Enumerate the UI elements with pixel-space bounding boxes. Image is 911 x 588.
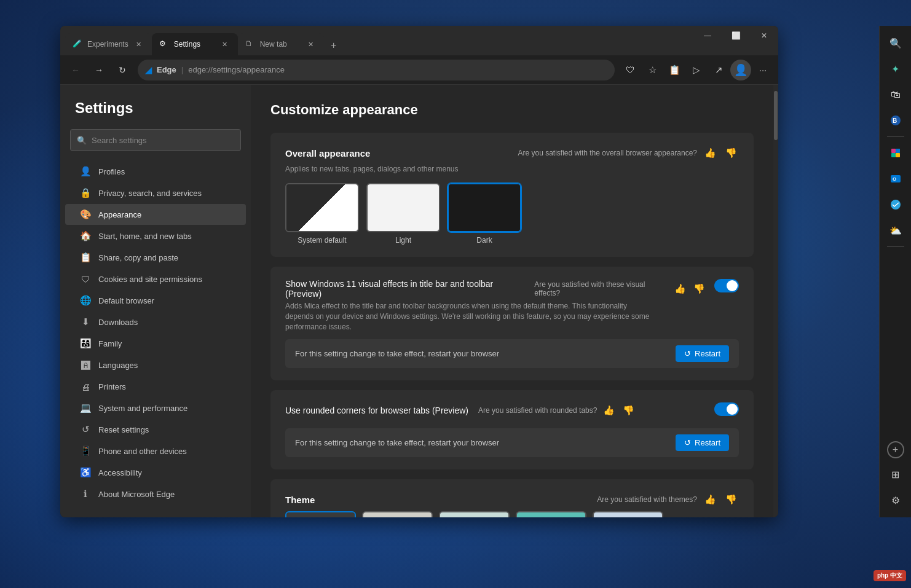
sidebar-item-start[interactable]: 🏠 Start, home, and new tabs bbox=[65, 225, 246, 246]
collections-button[interactable]: 📋 bbox=[664, 60, 685, 80]
minimize-button[interactable]: — bbox=[693, 26, 722, 45]
system-default-preview bbox=[285, 183, 359, 232]
sidebar-item-printers[interactable]: 🖨 Printers bbox=[65, 376, 246, 397]
thumbs-up-overall[interactable]: 👍 bbox=[702, 145, 718, 161]
share-button[interactable]: ↗ bbox=[708, 60, 729, 80]
tracking-prevention-button[interactable]: 🛡 bbox=[620, 60, 641, 80]
rounded-corners-restart-button[interactable]: ↺ Restart bbox=[676, 434, 729, 451]
rounded-corners-toggle[interactable] bbox=[714, 402, 739, 416]
thumbs-down-visual[interactable]: 👎 bbox=[692, 281, 707, 297]
thumbs-up-rounded[interactable]: 👍 bbox=[601, 402, 617, 418]
read-aloud-button[interactable]: ▷ bbox=[686, 60, 707, 80]
title-bar: 🧪 Experiments ✕ ⚙ Settings ✕ 🗋 New tab ✕… bbox=[60, 26, 778, 55]
search-box[interactable]: 🔍 bbox=[70, 129, 241, 151]
sidebar-item-languages[interactable]: 🅰 Languages bbox=[65, 355, 246, 375]
thumbs-down-theme[interactable]: 👎 bbox=[723, 492, 739, 508]
visual-effects-desc: Adds Mica effect to the title bar and to… bbox=[285, 301, 654, 332]
rounded-corners-restart-row: For this setting change to take effect, … bbox=[285, 428, 739, 457]
settings-tab-close[interactable]: ✕ bbox=[219, 39, 231, 50]
option-light[interactable]: Light bbox=[366, 183, 440, 245]
sidebar-item-profiles[interactable]: 👤 Profiles bbox=[65, 161, 246, 182]
sidebar-telegram-icon[interactable] bbox=[883, 192, 908, 217]
sidebar-discover-icon[interactable]: ✦ bbox=[883, 57, 908, 81]
main-scrollbar[interactable] bbox=[773, 85, 778, 517]
experiments-tab-close[interactable]: ✕ bbox=[133, 39, 144, 50]
reset-label: Reset settings bbox=[98, 425, 149, 434]
profile-button[interactable]: 👤 bbox=[730, 60, 751, 80]
theme-morning-fog-preview bbox=[362, 511, 433, 517]
sidebar-weather-icon[interactable]: ⛅ bbox=[883, 218, 908, 243]
main-content: Customize appearance Overall appearance … bbox=[251, 85, 773, 517]
theme-cool-breeze[interactable]: Cool breeze bbox=[593, 511, 663, 517]
system-label: System and performance bbox=[98, 404, 187, 413]
thumbs-up-visual[interactable]: 👍 bbox=[672, 281, 688, 297]
theme-island-getaway[interactable]: Island getaway bbox=[516, 511, 586, 517]
tab-experiments[interactable]: 🧪 Experiments ✕ bbox=[65, 33, 152, 55]
sidebar-item-cookies[interactable]: 🛡 Cookies and site permissions bbox=[65, 269, 246, 289]
sidebar-item-family[interactable]: 👨‍👩‍👧 Family bbox=[65, 333, 246, 354]
visual-effects-restart-button[interactable]: ↺ Restart bbox=[676, 345, 729, 362]
share-nav-icon: 📋 bbox=[80, 252, 91, 263]
light-label: Light bbox=[366, 236, 440, 245]
close-button[interactable]: ✕ bbox=[750, 26, 778, 45]
sidebar-item-about[interactable]: ℹ About Microsoft Edge bbox=[65, 484, 246, 504]
main-scrollbar-thumb[interactable] bbox=[774, 91, 778, 140]
start-icon: 🏠 bbox=[80, 230, 91, 241]
visual-effects-section: Show Windows 11 visual effects in title … bbox=[270, 267, 754, 380]
overall-appearance-title: Overall appearance bbox=[285, 148, 370, 159]
back-button[interactable]: ← bbox=[65, 60, 86, 80]
sidebar-expand-icon[interactable]: ⊞ bbox=[883, 462, 908, 487]
cookies-label: Cookies and site permissions bbox=[98, 275, 202, 284]
address-bar[interactable]: ◢ Edge | edge://settings/appearance bbox=[138, 60, 615, 80]
more-tools-button[interactable]: ··· bbox=[752, 60, 773, 80]
address-separator: | bbox=[181, 65, 183, 74]
sidebar-bing-icon[interactable]: B bbox=[883, 108, 908, 133]
appearance-label: Appearance bbox=[98, 210, 141, 219]
sidebar-item-default-browser[interactable]: 🌐 Default browser bbox=[65, 290, 246, 311]
cookies-icon: 🛡 bbox=[80, 273, 91, 284]
about-icon: ℹ bbox=[80, 488, 91, 500]
theme-default[interactable]: Default bbox=[285, 511, 356, 517]
option-dark[interactable]: Dark bbox=[448, 183, 521, 245]
new-tab-button[interactable]: + bbox=[324, 36, 344, 55]
sidebar-settings-icon[interactable]: ⚙ bbox=[883, 488, 908, 512]
theme-island-getaway-preview bbox=[516, 511, 586, 517]
thumbs-down-rounded[interactable]: 👎 bbox=[620, 402, 636, 418]
option-system-default[interactable]: System default bbox=[285, 183, 359, 245]
visual-effects-toggle[interactable] bbox=[714, 279, 739, 292]
maximize-button[interactable]: ⬜ bbox=[722, 26, 750, 45]
experiments-tab-icon: 🧪 bbox=[73, 39, 82, 49]
svg-text:O: O bbox=[893, 176, 896, 182]
sidebar-outlook-icon[interactable]: O bbox=[883, 167, 908, 191]
favorites-button[interactable]: ☆ bbox=[642, 60, 663, 80]
sidebar-search-icon[interactable]: 🔍 bbox=[883, 31, 908, 55]
system-default-label: System default bbox=[285, 236, 359, 245]
visual-effects-title-row: Show Windows 11 visual effects in title … bbox=[285, 279, 707, 299]
rounded-corners-section: Use rounded corners for browser tabs (Pr… bbox=[270, 390, 754, 469]
sidebar-item-privacy[interactable]: 🔒 Privacy, search, and services bbox=[65, 182, 246, 203]
tab-newtab[interactable]: 🗋 New tab ✕ bbox=[238, 33, 324, 55]
sidebar-item-appearance[interactable]: 🎨 Appearance bbox=[65, 204, 246, 225]
sidebar-item-downloads[interactable]: ⬇ Downloads bbox=[65, 312, 246, 332]
newtab-tab-close[interactable]: ✕ bbox=[306, 39, 317, 50]
thumbs-down-overall[interactable]: 👎 bbox=[723, 145, 739, 161]
sidebar-item-accessibility[interactable]: ♿ Accessibility bbox=[65, 462, 246, 483]
tab-settings[interactable]: ⚙ Settings ✕ bbox=[152, 33, 238, 55]
theme-feedback: Are you satisfied with themes? 👍 👎 bbox=[597, 492, 739, 508]
add-sidebar-item-button[interactable]: + bbox=[887, 441, 904, 458]
visual-effects-title: Show Windows 11 visual effects in title … bbox=[285, 279, 524, 299]
theme-icy-mint[interactable]: Icy mint bbox=[439, 511, 510, 517]
sidebar-office-icon[interactable] bbox=[883, 141, 908, 165]
theme-morning-fog[interactable]: Morning fog bbox=[362, 511, 433, 517]
sidebar-item-reset[interactable]: ↺ Reset settings bbox=[65, 419, 246, 440]
sidebar-shopping-icon[interactable]: 🛍 bbox=[883, 82, 908, 107]
languages-icon: 🅰 bbox=[80, 359, 91, 370]
sidebar-item-phone[interactable]: 📱 Phone and other devices bbox=[65, 441, 246, 461]
search-input[interactable] bbox=[92, 136, 234, 145]
overall-appearance-desc: Applies to new tabs, pages, dialogs and … bbox=[285, 165, 739, 173]
refresh-button[interactable]: ↻ bbox=[112, 60, 133, 80]
sidebar-item-system[interactable]: 💻 System and performance bbox=[65, 398, 246, 418]
sidebar-item-share[interactable]: 📋 Share, copy and paste bbox=[65, 247, 246, 268]
forward-button[interactable]: → bbox=[89, 60, 109, 80]
thumbs-up-theme[interactable]: 👍 bbox=[702, 492, 718, 508]
